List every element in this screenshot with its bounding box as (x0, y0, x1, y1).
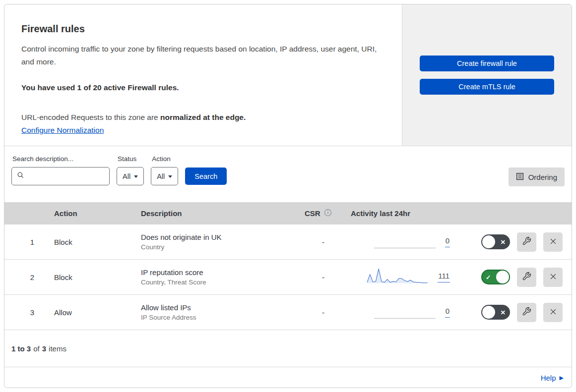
rule-action: Block (54, 273, 141, 281)
ordering-button[interactable]: Ordering (509, 168, 565, 186)
rule-priority: 1 (4, 238, 54, 246)
column-header-description: Description (141, 209, 300, 218)
rule-priority: 2 (4, 273, 54, 281)
status-select[interactable]: All (117, 167, 144, 185)
rules-table-header: Action Description CSR Activity last 24h… (4, 202, 572, 224)
activity-sparkline (366, 267, 429, 288)
delete-rule-button[interactable] (543, 303, 563, 322)
status-label: Status (117, 155, 144, 163)
rule-description-cell: Does not originate in UK Country (141, 233, 300, 251)
activity-sparkline (374, 302, 437, 323)
rule-controls: ✓ (453, 268, 572, 287)
info-icon[interactable] (324, 209, 332, 218)
action-filter-group: Action All (151, 155, 178, 185)
create-mtls-rule-button[interactable]: Create mTLS rule (420, 79, 554, 95)
rule-description: IP reputation score (141, 268, 300, 277)
search-label: Search description... (11, 155, 110, 163)
toggle-state-icon: ✓ (486, 270, 491, 284)
table-row: 3 Allow Allow listed IPs IP Source Addre… (4, 295, 572, 330)
rule-description-cell: IP reputation score Country, Threat Scor… (141, 268, 300, 286)
search-group: Search description... (11, 155, 110, 185)
table-row: 1 Block Does not originate in UK Country… (4, 224, 572, 260)
rule-activity-cell: 111 (347, 267, 453, 288)
edit-rule-button[interactable] (517, 268, 536, 287)
page-description: Control incoming traffic to your zone by… (21, 43, 381, 68)
help-link[interactable]: Help ▶ (541, 374, 564, 382)
rule-description-cell: Allow listed IPs IP Source Address (141, 303, 300, 321)
search-button-group: Search (185, 155, 227, 185)
pagination-summary: 1 to 3 of 3 items (4, 330, 572, 367)
edit-rule-button[interactable] (517, 232, 536, 252)
action-select[interactable]: All (151, 167, 178, 185)
column-header-csr: CSR (300, 209, 347, 218)
column-header-action: Action (54, 209, 141, 218)
close-icon (549, 237, 558, 247)
item-total: 3 (42, 344, 46, 353)
table-row: 2 Block IP reputation score Country, Thr… (4, 260, 572, 295)
rule-csr-value: - (300, 273, 347, 281)
rule-criteria: Country, Threat Score (141, 279, 300, 286)
rule-controls: ✕ (453, 303, 572, 322)
wrench-icon (522, 307, 531, 318)
page-title: Firewall rules (21, 23, 382, 35)
filter-bar: Search description... Status All Action … (4, 146, 572, 202)
activity-sparkline (374, 231, 437, 253)
wrench-icon (522, 272, 531, 282)
activity-count[interactable]: 0 (445, 236, 450, 247)
toggle-state-icon: ✕ (501, 234, 506, 249)
wrench-icon (522, 236, 531, 247)
toggle-knob (482, 235, 495, 248)
rule-toggle[interactable]: ✕ (481, 305, 510, 320)
rule-activity-cell: 0 (347, 231, 453, 253)
header-actions-panel: Create firewall rule Create mTLS rule (402, 4, 572, 146)
rule-controls: ✕ (453, 232, 572, 252)
toggle-knob (496, 271, 509, 283)
toggle-knob (482, 306, 495, 319)
rule-toggle[interactable]: ✕ (481, 234, 510, 249)
rule-description: Allow listed IPs (141, 303, 300, 312)
delete-rule-button[interactable] (543, 232, 563, 252)
close-icon (549, 272, 558, 282)
create-firewall-rule-button[interactable]: Create firewall rule (420, 56, 554, 71)
close-icon (549, 307, 558, 318)
action-label: Action (151, 155, 178, 163)
rule-csr-value: - (300, 308, 347, 317)
rule-action: Block (54, 238, 141, 246)
rule-criteria: Country (141, 243, 300, 251)
search-icon (17, 171, 24, 181)
chevron-down-icon (168, 175, 172, 178)
usage-notice: You have used 1 of 20 active Firewall ru… (21, 83, 382, 92)
search-input[interactable] (28, 172, 104, 181)
rule-action: Allow (54, 308, 141, 317)
list-icon (516, 172, 524, 182)
rule-priority: 3 (4, 308, 54, 317)
edit-rule-button[interactable] (517, 303, 536, 322)
help-row: Help ▶ (4, 367, 572, 388)
chevron-down-icon (134, 175, 138, 178)
header-section: Firewall rules Control incoming traffic … (4, 4, 572, 146)
rule-toggle[interactable]: ✓ (481, 270, 510, 284)
normalization-notice: URL-encoded Requests to this zone are no… (21, 113, 382, 122)
configure-normalization-link[interactable]: Configure Normalization (21, 126, 104, 135)
status-filter-group: Status All (117, 155, 144, 185)
delete-rule-button[interactable] (543, 268, 563, 287)
header-info: Firewall rules Control incoming traffic … (4, 4, 402, 146)
rule-activity-cell: 0 (347, 302, 453, 323)
rule-description: Does not originate in UK (141, 233, 300, 241)
toggle-state-icon: ✕ (501, 305, 506, 320)
rules-table-body: 1 Block Does not originate in UK Country… (4, 224, 572, 330)
arrow-right-icon: ▶ (560, 375, 564, 381)
rule-csr-value: - (300, 238, 347, 246)
activity-count[interactable]: 111 (438, 272, 450, 282)
column-header-activity: Activity last 24hr (347, 209, 453, 218)
search-button[interactable]: Search (185, 168, 227, 185)
firewall-rules-panel: Firewall rules Control incoming traffic … (4, 4, 572, 388)
rule-criteria: IP Source Address (141, 314, 300, 321)
item-range: 1 to 3 (11, 344, 31, 353)
search-input-wrapper (11, 167, 110, 185)
activity-count[interactable]: 0 (445, 307, 450, 318)
